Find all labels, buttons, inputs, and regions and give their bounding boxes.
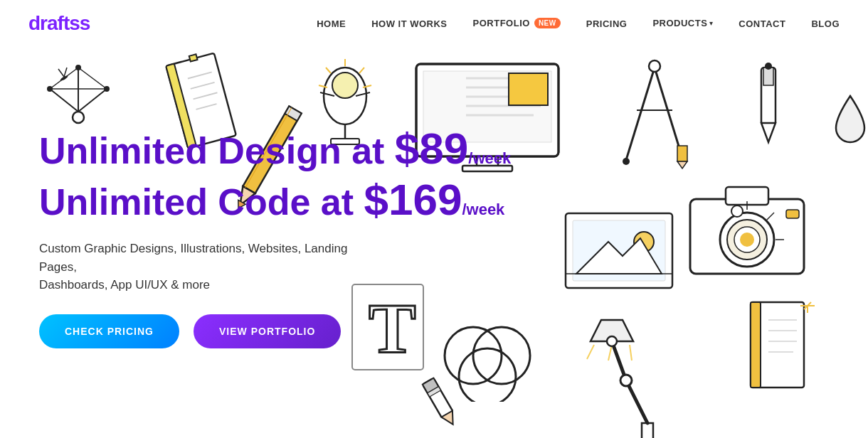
svg-point-61 (720, 213, 774, 267)
hero-subtitle: Custom Graphic Designs, Illustrations, W… (39, 240, 381, 294)
svg-line-17 (194, 92, 218, 99)
nav-link-pricing[interactable]: PRICING (586, 18, 628, 29)
svg-point-58 (765, 63, 772, 70)
svg-point-0 (73, 112, 84, 123)
svg-rect-70 (566, 213, 672, 288)
camera-icon (683, 174, 811, 281)
svg-line-83 (612, 341, 626, 380)
nav-link-products[interactable]: PRODUCTS (652, 18, 707, 28)
nav-item-how-it-works[interactable]: HOW IT WORKS (371, 17, 447, 30)
price-line2: $169 (364, 175, 462, 224)
svg-line-4 (50, 68, 78, 89)
svg-marker-100 (441, 411, 458, 428)
nav-links: HOME HOW IT WORKS PORTFOLIO NEW PRICING … (317, 17, 840, 30)
pen-bottom-icon (398, 374, 484, 431)
photo-frame-icon (562, 203, 676, 295)
svg-point-49 (649, 60, 660, 72)
view-portfolio-button[interactable]: VIEW PORTFOLIO (194, 314, 341, 348)
svg-point-63 (734, 227, 760, 252)
svg-rect-23 (285, 106, 301, 120)
svg-rect-44 (509, 73, 548, 105)
nav-item-pricing[interactable]: PRICING (586, 17, 628, 30)
nav-item-portfolio[interactable]: PORTFOLIO NEW (473, 18, 561, 28)
nav-link-home[interactable]: HOME (317, 18, 346, 29)
svg-line-33 (326, 68, 331, 73)
droplet-icon (832, 89, 868, 146)
price-line1: $89 (395, 124, 468, 173)
svg-point-25 (324, 68, 366, 124)
svg-marker-85 (591, 320, 633, 341)
book2-icon (740, 295, 818, 395)
svg-rect-101 (423, 378, 439, 393)
svg-point-52 (679, 158, 687, 165)
svg-line-68 (767, 213, 774, 220)
svg-rect-90 (751, 302, 804, 388)
svg-line-2 (50, 89, 78, 112)
svg-point-26 (332, 73, 358, 98)
hero-subtitle-line1: Custom Graphic Designs, Illustrations, W… (39, 242, 347, 274)
svg-point-10 (47, 86, 53, 92)
title-line1-text: Unlimited Design at (39, 130, 395, 171)
svg-line-48 (655, 68, 683, 160)
svg-point-79 (459, 348, 516, 402)
hero-buttons: CHECK PRICING VIEW PORTFOLIO (39, 314, 511, 348)
svg-point-62 (727, 220, 767, 260)
svg-rect-55 (761, 68, 776, 124)
svg-line-82 (626, 380, 647, 423)
svg-rect-56 (763, 68, 773, 85)
nav-link-portfolio[interactable]: PORTFOLIO (473, 18, 530, 28)
svg-rect-60 (726, 187, 768, 205)
nav-link-blog[interactable]: BLOG (811, 18, 840, 29)
hero-title-line1: Unlimited Design at $89/week (39, 124, 511, 173)
nav-item-contact[interactable]: CONTACT (739, 17, 785, 30)
hero-subtitle-line2: Dashboards, App UI/UX & more (39, 278, 210, 292)
svg-line-16 (191, 82, 215, 89)
nav-item-products[interactable]: PRODUCTS ▾ (652, 18, 713, 28)
svg-point-84 (620, 375, 632, 386)
svg-marker-57 (761, 123, 776, 142)
hero-section: T (0, 46, 868, 438)
svg-rect-19 (189, 54, 198, 61)
svg-point-64 (740, 233, 754, 247)
svg-line-86 (587, 345, 594, 359)
svg-point-89 (607, 336, 617, 346)
per-week-line1: /week (468, 149, 511, 167)
svg-line-5 (78, 68, 107, 89)
logo[interactable]: draftss (28, 12, 90, 35)
svg-rect-66 (786, 210, 799, 218)
pen-tool-icon (740, 60, 797, 153)
check-pricing-button[interactable]: CHECK PRICING (39, 314, 179, 348)
svg-rect-71 (573, 220, 665, 281)
svg-line-30 (356, 92, 370, 96)
svg-marker-73 (576, 238, 662, 274)
hero-content: Unlimited Design at $89/week Unlimited C… (39, 124, 511, 348)
svg-line-87 (608, 345, 612, 360)
svg-point-51 (623, 158, 630, 165)
svg-line-15 (188, 72, 212, 78)
svg-rect-102 (428, 387, 441, 397)
svg-line-47 (626, 68, 655, 160)
svg-rect-81 (642, 423, 653, 438)
svg-rect-91 (751, 302, 761, 388)
compass-icon (598, 46, 711, 188)
chevron-down-icon: ▾ (709, 19, 713, 27)
title-line2-text: Unlimited Code at (39, 181, 364, 223)
svg-line-34 (363, 85, 371, 87)
svg-line-18 (196, 104, 217, 110)
nav-item-home[interactable]: HOME (317, 17, 346, 30)
desk-lamp-icon (583, 309, 711, 438)
svg-marker-54 (677, 161, 687, 169)
svg-rect-59 (690, 199, 804, 274)
svg-line-96 (804, 302, 811, 309)
hero-title-line2: Unlimited Code at $169/week (39, 176, 511, 224)
svg-line-9 (64, 68, 67, 77)
nav-link-contact[interactable]: CONTACT (739, 18, 785, 29)
per-week-line2: /week (462, 201, 504, 218)
nav-link-how-it-works[interactable]: HOW IT WORKS (371, 18, 447, 29)
svg-line-8 (58, 69, 64, 77)
svg-rect-99 (423, 378, 453, 419)
svg-rect-53 (677, 146, 687, 161)
svg-point-7 (60, 75, 68, 81)
svg-point-12 (75, 65, 81, 70)
nav-item-blog[interactable]: BLOG (811, 17, 840, 30)
